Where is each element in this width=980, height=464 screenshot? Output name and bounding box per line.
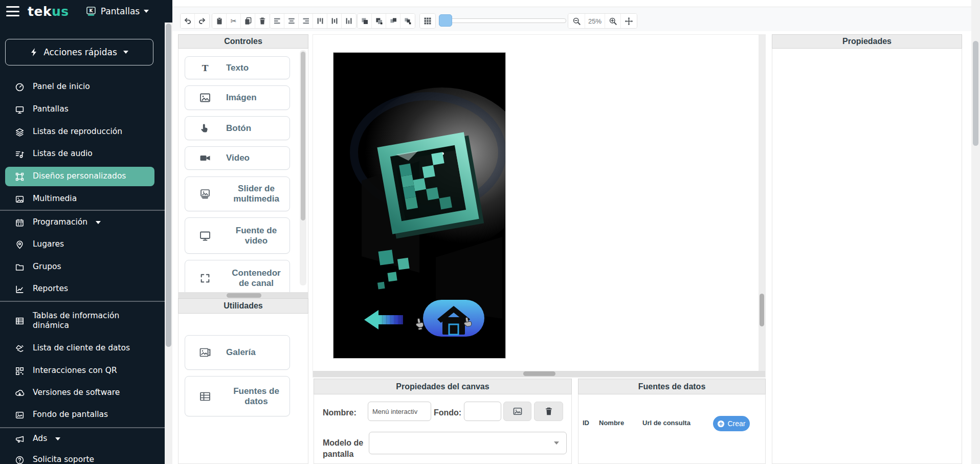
- zoom-in-button[interactable]: [605, 14, 621, 28]
- cut-button[interactable]: ✂: [227, 14, 241, 28]
- align-right-icon: [302, 17, 310, 25]
- sidebar-item-interacciones-qr[interactable]: Interacciones con QR: [5, 360, 154, 382]
- sidebar-item-ads[interactable]: Ads: [5, 428, 154, 450]
- design-canvas[interactable]: [333, 52, 506, 359]
- chevron-down-icon: [55, 437, 60, 440]
- fullscreen-corners-icon: [198, 273, 212, 284]
- copy-button[interactable]: [241, 14, 255, 28]
- send-backward-icon: [404, 17, 412, 25]
- utility-item-fuentes-datos[interactable]: Fuentes de datos: [185, 376, 290, 416]
- align-center-button[interactable]: [284, 14, 299, 28]
- folder-icon: [14, 262, 25, 272]
- sidebar-item-versiones-software[interactable]: Versiones de software: [5, 382, 154, 404]
- align-bottom-button[interactable]: [342, 14, 356, 28]
- align-right-button[interactable]: [299, 14, 313, 28]
- control-item-contenedor-canal[interactable]: Contenedor de canal: [185, 260, 290, 293]
- grid-size-slider-track[interactable]: [439, 18, 566, 23]
- pan-button[interactable]: [621, 14, 637, 28]
- sidebar-item-listas-de-audio[interactable]: Listas de audio: [5, 143, 154, 165]
- screen-model-select[interactable]: [369, 432, 567, 454]
- utility-item-galeria[interactable]: Galería: [185, 335, 290, 370]
- redo-icon: [198, 17, 206, 25]
- sidebar-item-programacion[interactable]: Programación: [5, 211, 154, 234]
- sidebar-scrollbar[interactable]: [165, 23, 172, 464]
- canvas-hscrollbar-thumb[interactable]: [523, 371, 555, 376]
- control-item-fuente-video[interactable]: Fuente de video: [185, 217, 290, 254]
- home-button-element[interactable]: [423, 300, 484, 337]
- quick-actions-button[interactable]: Acciones rápidas: [5, 39, 153, 65]
- canvas-vscrollbar-thumb[interactable]: [760, 294, 764, 326]
- k-logo-element: [384, 138, 477, 232]
- hamburger-menu-icon[interactable]: [6, 6, 19, 16]
- create-data-source-button[interactable]: Crear: [713, 416, 750, 431]
- name-label: Nombre:: [323, 408, 357, 417]
- align-middle-icon: [330, 17, 339, 25]
- control-item-slider-multimedia[interactable]: Slider de multimedia: [185, 176, 290, 211]
- sidebar-item-multimedia[interactable]: Multimedia: [5, 188, 154, 210]
- sidebar-item-lista-cliente-datos[interactable]: Lista de cliente de datos: [5, 337, 154, 360]
- context-switcher[interactable]: K Pantallas: [85, 6, 149, 16]
- svg-text:K: K: [89, 8, 93, 13]
- sidebar-item-reportes[interactable]: Reportes: [5, 278, 154, 300]
- grid-icon: [424, 17, 432, 25]
- sidebar-item-lugares[interactable]: Lugares: [5, 233, 154, 256]
- sidebar: Acciones rápidas Panel de inicio Pantall…: [0, 23, 165, 464]
- grid-toggle-button[interactable]: [420, 14, 435, 28]
- delete-background-button[interactable]: [534, 402, 563, 421]
- window-scrollbar-thumb[interactable]: [973, 41, 978, 146]
- align-top-button[interactable]: [313, 14, 327, 28]
- window-scrollbar[interactable]: [971, 0, 980, 464]
- image-icon: [513, 406, 523, 416]
- table-icon: [14, 316, 25, 326]
- data-sources-header: Fuentes de datos: [578, 379, 766, 394]
- properties-panel-header: Propiedades: [772, 34, 962, 49]
- background-input[interactable]: [464, 402, 501, 421]
- tekus-logo: tekus: [28, 4, 69, 19]
- control-item-boton[interactable]: Botón: [185, 116, 290, 140]
- canvas-hscrollbar[interactable]: [313, 371, 765, 377]
- sidebar-item-solicita-soporte[interactable]: Solicita soporte: [5, 449, 154, 464]
- bring-forward-button[interactable]: [386, 14, 400, 28]
- controls-hscrollbar-thumb[interactable]: [227, 293, 261, 298]
- qr-icon: [14, 366, 25, 376]
- canvas-properties-panel: Propiedades del canvas Nombre: Fondo: Mo…: [314, 379, 572, 464]
- sidebar-item-grupos[interactable]: Grupos: [5, 256, 154, 278]
- background-image-button[interactable]: [503, 402, 531, 421]
- delete-button[interactable]: [255, 14, 270, 28]
- paste-button[interactable]: [212, 14, 227, 28]
- sidebar-item-panel-de-inicio[interactable]: Panel de inicio: [5, 76, 154, 98]
- bring-to-front-button[interactable]: [358, 14, 372, 28]
- canvas-vscrollbar[interactable]: [759, 35, 765, 371]
- sidebar-item-pantallas[interactable]: Pantallas: [5, 98, 154, 121]
- controls-scrollbar[interactable]: [300, 50, 306, 285]
- sidebar-item-disenos-personalizados[interactable]: Diseños personalizados: [5, 167, 154, 186]
- redo-button[interactable]: [195, 14, 209, 28]
- zoom-out-button[interactable]: [568, 14, 585, 28]
- sidebar-item-tablas-informacion-dinamica[interactable]: Tablas de información dinámica: [5, 305, 154, 337]
- grid-size-slider-thumb[interactable]: [439, 14, 452, 27]
- copy-icon: [244, 17, 252, 25]
- controls-panel-header: Controles: [178, 34, 308, 49]
- bring-forward-icon: [389, 17, 397, 25]
- chevron-down-icon: [554, 441, 559, 445]
- chevron-down-icon: [96, 221, 101, 224]
- align-middle-button[interactable]: [327, 14, 342, 28]
- align-left-button[interactable]: [270, 14, 284, 28]
- undo-button[interactable]: [181, 14, 195, 28]
- audio-list-icon: [14, 149, 25, 159]
- align-top-icon: [316, 17, 324, 25]
- controls-panel: Controles T Texto Imágen Botón Video Sli…: [178, 34, 308, 464]
- name-input[interactable]: [368, 402, 431, 421]
- control-item-video[interactable]: Video: [185, 146, 290, 170]
- control-item-imagen[interactable]: Imágen: [185, 85, 290, 110]
- controls-hscrollbar[interactable]: [178, 293, 308, 298]
- control-item-texto[interactable]: T Texto: [185, 56, 290, 79]
- sidebar-item-listas-de-reproduccion[interactable]: Listas de reproducción: [5, 121, 154, 143]
- send-backward-button[interactable]: [400, 14, 415, 28]
- send-to-back-button[interactable]: [372, 14, 386, 28]
- sidebar-item-fondo-pantallas[interactable]: Fondo de pantallas: [5, 404, 154, 426]
- canvas-properties-header: Propiedades del canvas: [314, 379, 572, 394]
- sidebar-scrollbar-thumb[interactable]: [166, 24, 171, 347]
- controls-scrollbar-thumb[interactable]: [301, 52, 305, 220]
- column-nombre: Nombre: [599, 419, 624, 427]
